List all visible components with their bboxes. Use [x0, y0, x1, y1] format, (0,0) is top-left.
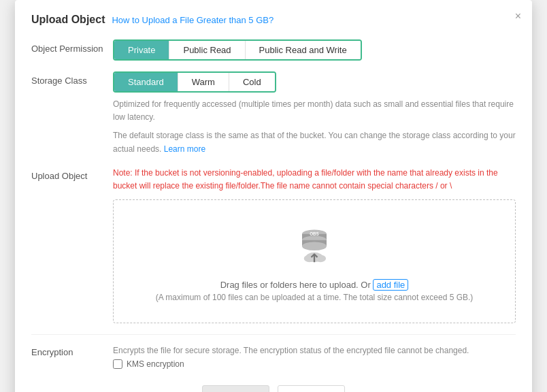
help-link[interactable]: How to Upload a File Greater than 5 GB? — [112, 15, 274, 25]
upload-object-content: Note: If the bucket is not versioning-en… — [113, 167, 516, 323]
upload-object-label: Upload Object — [31, 167, 113, 181]
encryption-label: Encryption — [31, 343, 113, 357]
upload-dropzone[interactable]: OBS Drag files or folders here to upload… — [113, 199, 516, 323]
kms-checkbox[interactable] — [113, 359, 122, 369]
storage-standard-btn[interactable]: Standard — [114, 73, 178, 91]
upload-dialog: Upload Object How to Upload a File Great… — [15, 0, 532, 392]
upload-sub-text: (A maximum of 100 files can be uploaded … — [127, 293, 501, 302]
dialog-footer: Upload Cancel — [31, 385, 516, 392]
dialog-header: Upload Object How to Upload a File Great… — [31, 14, 516, 26]
object-permission-label: Object Permission — [31, 39, 113, 54]
learn-more-link[interactable]: Learn more — [164, 144, 205, 154]
permission-public-read-write-btn[interactable]: Public Read and Write — [246, 41, 361, 59]
storage-btn-group: Standard Warm Cold — [113, 71, 276, 93]
storage-warm-btn[interactable]: Warm — [178, 73, 229, 91]
upload-note: Note: If the bucket is not versioning-en… — [113, 167, 516, 193]
obs-icon: OBS — [127, 220, 501, 272]
kms-checkbox-row: KMS encryption — [113, 359, 516, 369]
encryption-desc: Encrypts the file for secure storage. Th… — [113, 346, 516, 355]
encryption-row: Encryption Encrypts the file for secure … — [31, 343, 516, 369]
object-permission-content: Private Public Read Public Read and Writ… — [113, 39, 516, 61]
storage-hint2: The default storage class is the same as… — [113, 129, 516, 155]
object-permission-row: Object Permission Private Public Read Pu… — [31, 39, 516, 61]
storage-class-content: Standard Warm Cold Optimized for frequen… — [113, 71, 516, 156]
permission-public-read-btn[interactable]: Public Read — [169, 41, 245, 59]
encryption-content: Encrypts the file for secure storage. Th… — [113, 346, 516, 369]
close-button[interactable]: × — [515, 11, 521, 22]
storage-cold-btn[interactable]: Cold — [229, 73, 275, 91]
upload-drag-text: Drag files or folders here to upload. Or… — [127, 280, 501, 290]
svg-point-4 — [302, 242, 327, 251]
permission-private-btn[interactable]: Private — [114, 41, 169, 59]
cancel-button[interactable]: Cancel — [278, 385, 344, 392]
add-file-link[interactable]: add file — [373, 279, 408, 291]
dialog-title: Upload Object — [31, 14, 105, 26]
svg-text:OBS: OBS — [310, 231, 319, 236]
divider — [31, 334, 516, 335]
storage-class-label: Storage Class — [31, 71, 113, 86]
storage-class-row: Storage Class Standard Warm Cold Optimiz… — [31, 71, 516, 156]
permission-btn-group: Private Public Read Public Read and Writ… — [113, 39, 362, 61]
storage-hint1: Optimized for frequently accessed (multi… — [113, 98, 516, 124]
upload-button[interactable]: Upload — [202, 385, 269, 392]
upload-object-row: Upload Object Note: If the bucket is not… — [31, 167, 516, 323]
kms-label[interactable]: KMS encryption — [127, 359, 184, 369]
